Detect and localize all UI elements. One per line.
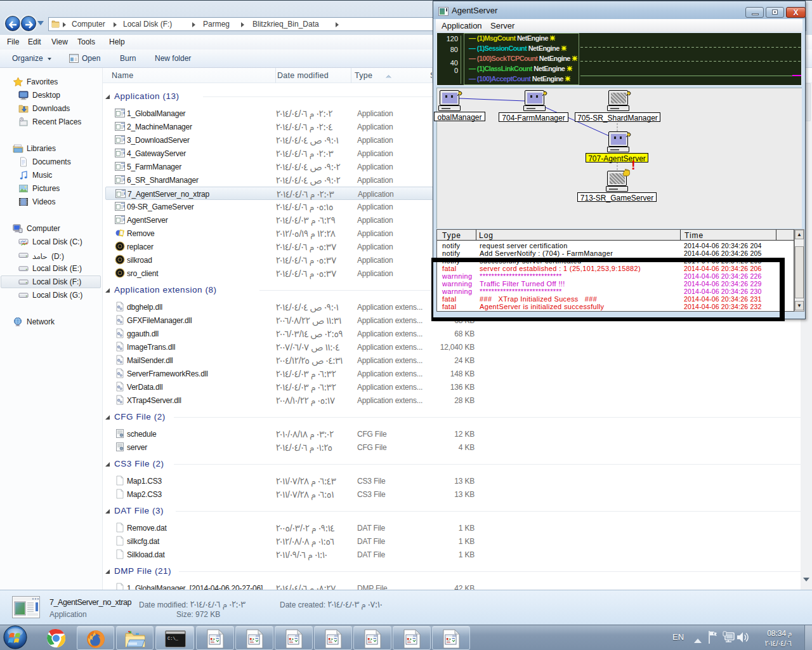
svg-text:C:\_: C:\_ (167, 636, 179, 641)
